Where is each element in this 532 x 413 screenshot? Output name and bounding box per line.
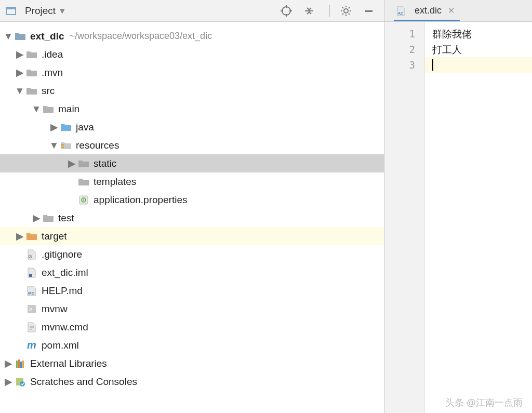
chevron-down-icon[interactable]: ▼: [4, 32, 12, 41]
tree-item-pom[interactable]: ▶ m pom.xml: [0, 336, 384, 354]
tree-label: src: [42, 85, 55, 97]
line-number: 1: [384, 26, 415, 42]
tree-label: test: [58, 212, 74, 224]
gear-icon[interactable]: [340, 5, 352, 17]
chevron-right-icon[interactable]: ▶: [16, 50, 24, 59]
editor-tab[interactable]: AZ ext.dic ✕: [394, 2, 460, 21]
tree-item-help[interactable]: ▶ MD HELP.md: [0, 282, 384, 300]
script-file-icon: >: [26, 303, 37, 315]
folder-icon: [26, 85, 37, 97]
collapse-all-icon[interactable]: [303, 5, 315, 17]
svg-point-23: [83, 199, 85, 201]
tree-item-test[interactable]: ▶ test: [0, 209, 384, 227]
tree-label: pom.xml: [42, 340, 79, 351]
svg-point-2: [282, 7, 290, 15]
chevron-right-icon[interactable]: ▶: [68, 159, 76, 168]
chevron-right-icon[interactable]: ▶: [4, 359, 12, 368]
tree-label: static: [94, 158, 116, 169]
tree-item-mvnw[interactable]: ▶ > mvnw: [0, 300, 384, 318]
tree-item-templates[interactable]: ▶ templates: [0, 172, 384, 191]
chevron-right-icon[interactable]: ▶: [32, 214, 41, 222]
libraries-icon: [15, 358, 26, 369]
editor-code[interactable]: 群除我佬 打工人: [425, 22, 532, 413]
svg-line-15: [342, 14, 343, 15]
text-file-icon: [26, 322, 37, 333]
tree-label: ext_dic.iml: [42, 267, 88, 278]
tree-label: .mvn: [42, 67, 63, 78]
iml-file-icon: [26, 267, 37, 278]
svg-rect-34: [18, 359, 20, 368]
folder-icon: [15, 31, 26, 42]
svg-point-8: [344, 9, 348, 13]
tree-item-external-libraries[interactable]: ▶ External Libraries: [0, 354, 384, 372]
chevron-right-icon[interactable]: ▶: [50, 123, 58, 131]
tree-item-main[interactable]: ▼ main: [0, 100, 384, 118]
svg-rect-18: [61, 144, 64, 145]
code-line: 打工人: [432, 42, 532, 57]
svg-text:MD: MD: [28, 291, 35, 296]
tree-label: templates: [94, 176, 136, 188]
text-caret: [432, 59, 433, 71]
tree-item-mvnwcmd[interactable]: ▶ mvnw.cmd: [0, 318, 384, 336]
editor-area[interactable]: 1 2 3 群除我佬 打工人: [384, 22, 532, 413]
editor-gutter: 1 2 3: [384, 22, 425, 413]
folder-icon: [78, 158, 89, 169]
svg-line-13: [342, 7, 343, 8]
line-number: 2: [384, 42, 415, 57]
svg-point-38: [20, 381, 25, 387]
tree-item-scratches[interactable]: ▶ Scratches and Consoles: [0, 372, 384, 391]
maven-file-icon: m: [26, 340, 37, 351]
tree-item-target[interactable]: ▶ target: [0, 227, 384, 245]
svg-rect-19: [61, 145, 64, 146]
resources-folder-icon: [60, 140, 72, 151]
tree-item-resources[interactable]: ▼ resources: [0, 136, 384, 154]
tree-root-label: ext_dic: [30, 31, 64, 42]
separator: [329, 5, 330, 17]
excluded-folder-icon: [26, 231, 37, 242]
tree-item-iml[interactable]: ▶ ext_dic.iml: [0, 263, 384, 282]
chevron-right-icon[interactable]: ▶: [16, 69, 24, 77]
chevron-down-icon[interactable]: ▼: [32, 105, 41, 113]
tree-item-src[interactable]: ▼ src: [0, 82, 384, 100]
project-title-label: Project: [25, 5, 56, 17]
target-icon[interactable]: [281, 5, 292, 17]
svg-rect-20: [61, 147, 64, 148]
tree-item-java[interactable]: ▶ java: [0, 118, 384, 136]
folder-icon: [43, 103, 54, 115]
tree-label: application.properties: [94, 194, 188, 206]
tree-label: Scratches and Consoles: [30, 376, 137, 388]
code-line: [432, 57, 532, 73]
tree-label: resources: [76, 140, 119, 151]
tree-item-idea[interactable]: ▶ .idea: [0, 45, 384, 63]
project-panel-header: Project ▾: [0, 0, 384, 22]
minimize-icon[interactable]: [363, 5, 375, 17]
chevron-right-icon[interactable]: ▶: [4, 378, 12, 386]
svg-rect-33: [16, 361, 18, 368]
svg-line-14: [349, 14, 350, 15]
svg-rect-17: [365, 10, 373, 12]
file-icon: [26, 249, 37, 260]
svg-text:AZ: AZ: [398, 11, 403, 15]
chevron-down-icon[interactable]: ▼: [16, 87, 24, 95]
tree-root[interactable]: ▼ ext_dic ~/workspace/workspace03/ext_di…: [0, 27, 384, 45]
tree-item-static[interactable]: ▶ static: [0, 154, 384, 172]
source-folder-icon: [60, 122, 72, 133]
project-tree[interactable]: ▼ ext_dic ~/workspace/workspace03/ext_di…: [0, 22, 384, 413]
editor-tab-label: ext.dic: [415, 5, 442, 16]
tree-label: main: [58, 103, 79, 115]
chevron-down-icon[interactable]: ▼: [50, 141, 58, 150]
tree-label: mvnw: [42, 303, 68, 315]
tree-item-mvn[interactable]: ▶ .mvn: [0, 63, 384, 82]
tree-label: java: [76, 122, 94, 133]
chevron-right-icon[interactable]: ▶: [16, 232, 24, 241]
folder-icon: [26, 49, 37, 60]
project-title[interactable]: Project ▾: [5, 5, 65, 17]
tree-item-appprops[interactable]: ▶ application.properties: [0, 191, 384, 209]
folder-icon: [78, 176, 89, 188]
tree-item-gitignore[interactable]: ▶ .gitignore: [0, 245, 384, 263]
md-file-icon: MD: [26, 285, 37, 297]
close-icon[interactable]: ✕: [448, 6, 455, 16]
dic-file-icon: AZ: [396, 6, 406, 16]
svg-rect-35: [20, 362, 22, 368]
folder-icon: [43, 212, 54, 224]
